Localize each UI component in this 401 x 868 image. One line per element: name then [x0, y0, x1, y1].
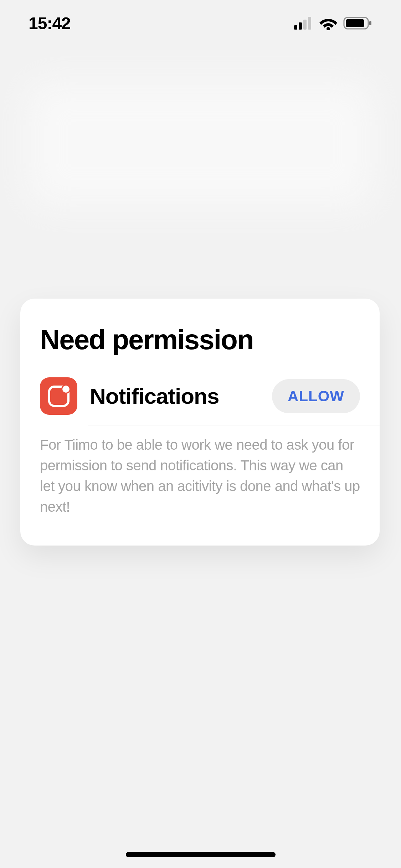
status-icons	[294, 16, 372, 30]
card-title: Need permission	[20, 324, 380, 356]
status-bar: 15:42	[0, 0, 401, 46]
svg-point-10	[62, 386, 70, 393]
svg-rect-0	[294, 25, 297, 30]
wifi-icon	[319, 16, 338, 30]
background-blur-card	[29, 82, 372, 207]
svg-rect-7	[369, 21, 371, 25]
cellular-signal-icon	[294, 17, 313, 30]
svg-rect-6	[346, 19, 364, 27]
permission-row: Notifications ALLOW	[20, 377, 380, 415]
card-description: For Tiimo to be able to work we need to …	[20, 434, 380, 517]
svg-rect-3	[308, 17, 311, 30]
permission-label: Notifications	[90, 383, 259, 409]
status-time: 15:42	[29, 14, 71, 33]
svg-rect-2	[303, 20, 307, 30]
permission-card: Need permission Notifications ALLOW For …	[20, 299, 380, 546]
notification-app-icon	[40, 377, 77, 415]
battery-icon	[343, 16, 372, 30]
home-indicator[interactable]	[126, 852, 276, 857]
svg-rect-1	[299, 22, 302, 30]
svg-point-4	[327, 27, 330, 30]
allow-button[interactable]: ALLOW	[272, 379, 360, 413]
